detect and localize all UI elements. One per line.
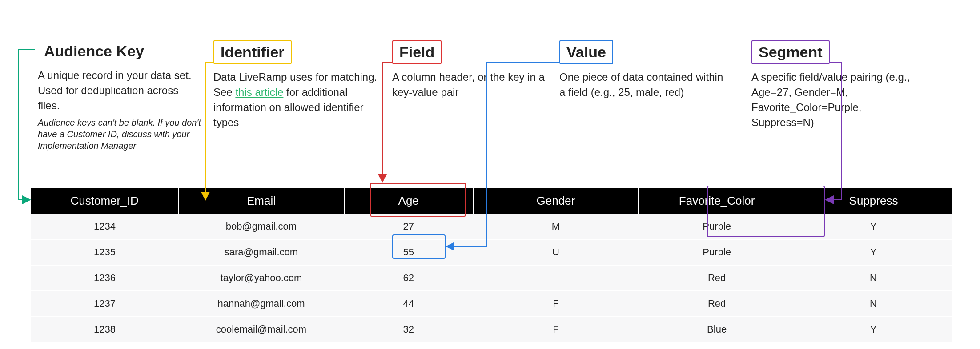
annotation-audience-key-fineprint: Audience keys can't be blank. If you don… xyxy=(38,117,202,151)
col-gender: Gender xyxy=(473,188,639,214)
annotation-value-title: Value xyxy=(559,40,613,64)
wire-audience-key xyxy=(19,50,35,200)
annotation-audience-key-desc: A unique record in your data set. Used f… xyxy=(38,68,202,113)
cell: taylor@yahoo.com xyxy=(178,265,344,291)
identifier-article-link[interactable]: this article xyxy=(235,86,283,98)
annotation-field-desc: A column header, or the key in a key-val… xyxy=(392,70,557,100)
table-row: 1235 sara@gmail.com 55 U Purple Y xyxy=(31,239,952,265)
cell: Purple xyxy=(639,239,795,265)
cell: N xyxy=(795,265,952,291)
cell: F xyxy=(473,317,639,342)
col-email: Email xyxy=(178,188,344,214)
overlay-value-age-55 xyxy=(392,234,446,259)
cell: 32 xyxy=(344,317,473,342)
cell: 44 xyxy=(344,291,473,317)
cell: Blue xyxy=(639,317,795,342)
annotation-segment: Segment A specific field/value pairing (… xyxy=(751,40,916,130)
cell: sara@gmail.com xyxy=(178,239,344,265)
annotation-identifier: Identifier Data LiveRamp uses for matchi… xyxy=(213,40,378,130)
cell: M xyxy=(473,214,639,239)
table-row: 1236 taylor@yahoo.com 62 Red N xyxy=(31,265,952,291)
annotation-audience-key-title: Audience Key xyxy=(38,40,150,63)
annotation-segment-desc: A specific field/value pairing (e.g., Ag… xyxy=(751,70,916,130)
annotation-field: Field A column header, or the key in a k… xyxy=(392,40,557,100)
cell: Red xyxy=(639,291,795,317)
annotation-segment-title: Segment xyxy=(751,40,830,64)
cell: 1236 xyxy=(31,265,178,291)
cell: 1234 xyxy=(31,214,178,239)
cell: 1238 xyxy=(31,317,178,342)
table-row: 1237 hannah@gmail.com 44 F Red N xyxy=(31,291,952,317)
cell: hannah@gmail.com xyxy=(178,291,344,317)
wire-field xyxy=(382,62,392,181)
cell: Y xyxy=(795,239,952,265)
annotation-value: Value One piece of data contained within… xyxy=(559,40,724,100)
annotation-identifier-title: Identifier xyxy=(213,40,292,64)
cell: bob@gmail.com xyxy=(178,214,344,239)
cell: F xyxy=(473,291,639,317)
cell: coolemail@mail.com xyxy=(178,317,344,342)
overlay-field-age-header xyxy=(370,183,466,217)
annotation-field-title: Field xyxy=(392,40,442,64)
cell: N xyxy=(795,291,952,317)
col-customer-id: Customer_ID xyxy=(31,188,178,214)
wire-identifier xyxy=(205,62,213,199)
cell: Red xyxy=(639,265,795,291)
annotation-audience-key: Audience Key A unique record in your dat… xyxy=(38,40,202,151)
cell: 62 xyxy=(344,265,473,291)
annotation-value-desc: One piece of data contained within a fie… xyxy=(559,70,724,100)
table-row: 1238 coolemail@mail.com 32 F Blue Y xyxy=(31,317,952,342)
annotation-identifier-desc: Data LiveRamp uses for matching. See thi… xyxy=(213,70,378,130)
cell: Y xyxy=(795,317,952,342)
cell: U xyxy=(473,239,639,265)
cell: 1237 xyxy=(31,291,178,317)
overlay-segment-favcolor xyxy=(707,186,825,237)
cell: 1235 xyxy=(31,239,178,265)
cell xyxy=(473,265,639,291)
